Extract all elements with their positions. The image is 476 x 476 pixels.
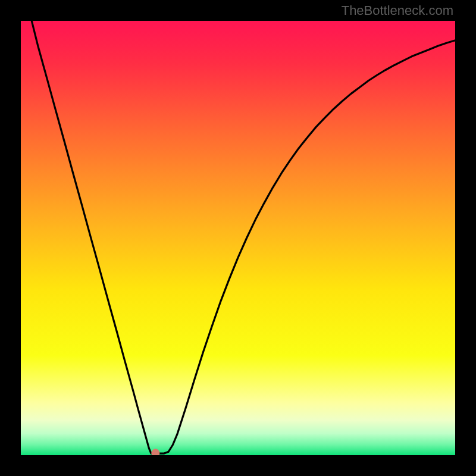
plot-area [21,21,455,455]
svg-rect-0 [21,21,455,455]
chart-frame: TheBottleneck.com [0,0,476,476]
background-gradient [21,21,455,455]
watermark-text: TheBottleneck.com [342,3,453,18]
